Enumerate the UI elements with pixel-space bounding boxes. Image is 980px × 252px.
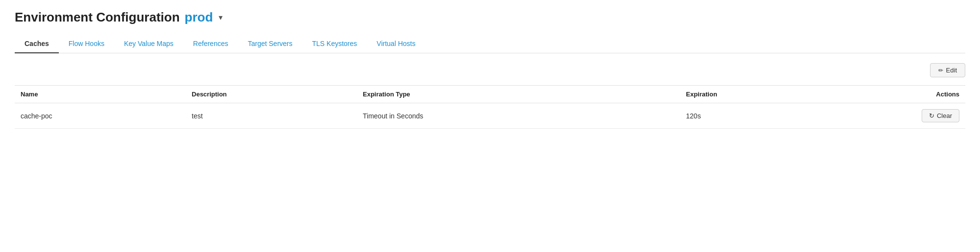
refresh-icon: ↻	[929, 112, 934, 119]
cell-expiration: 120s	[680, 103, 851, 129]
table-header-row: Name Description Expiration Type Expirat…	[15, 86, 965, 103]
caches-table: Name Description Expiration Type Expirat…	[15, 85, 965, 129]
cell-name: cache-poc	[15, 103, 186, 129]
col-header-description: Description	[186, 86, 357, 103]
tab-key-value-maps[interactable]: Key Value Maps	[114, 35, 183, 53]
tab-target-servers[interactable]: Target Servers	[238, 35, 302, 53]
tab-caches[interactable]: Caches	[15, 35, 59, 53]
clear-button[interactable]: ↻ Clear	[922, 109, 959, 122]
edit-button-label: Edit	[946, 67, 957, 74]
env-dropdown-chevron[interactable]: ▾	[219, 13, 223, 22]
table-row: cache-poc test Timeout in Seconds 120s ↻…	[15, 103, 965, 129]
tab-virtual-hosts[interactable]: Virtual Hosts	[367, 35, 425, 53]
tab-flow-hooks[interactable]: Flow Hooks	[59, 35, 114, 53]
clear-button-label: Clear	[937, 112, 952, 119]
page-title: Environment Configuration	[15, 10, 180, 25]
pencil-icon: ✏	[938, 67, 943, 74]
col-header-name: Name	[15, 86, 186, 103]
cell-description: test	[186, 103, 357, 129]
cell-actions: ↻ Clear	[851, 103, 965, 129]
env-name[interactable]: prod	[185, 10, 213, 25]
tab-bar: Caches Flow Hooks Key Value Maps Referen…	[15, 35, 965, 53]
col-header-actions: Actions	[851, 86, 965, 103]
tab-tls-keystores[interactable]: TLS Keystores	[302, 35, 367, 53]
col-header-expiration-type: Expiration Type	[357, 86, 680, 103]
toolbar: ✏ Edit	[15, 63, 965, 77]
edit-button[interactable]: ✏ Edit	[930, 63, 965, 77]
page-header: Environment Configuration prod ▾	[15, 10, 965, 25]
cell-expiration-type: Timeout in Seconds	[357, 103, 680, 129]
tab-references[interactable]: References	[183, 35, 238, 53]
col-header-expiration: Expiration	[680, 86, 851, 103]
